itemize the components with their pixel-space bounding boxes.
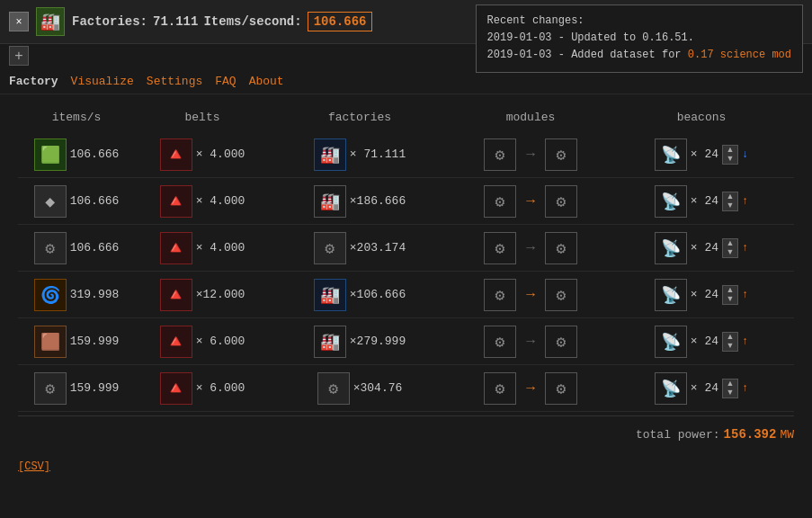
beacon-up-6[interactable]: ▲ <box>723 380 737 388</box>
nav-factory[interactable]: Factory <box>9 75 58 88</box>
belt-icon-5: 🔺 <box>160 326 192 358</box>
beacons-cell-4: 📡 × 24 ▲ ▼ ↑ <box>611 279 791 311</box>
beacon-spinner-5[interactable]: ▲ ▼ <box>722 332 738 352</box>
factories-cell-2: 🏭 ×186.666 <box>270 185 450 218</box>
module-icon-left-3: ⚙ <box>484 232 516 264</box>
beacon-down-3[interactable]: ▼ <box>723 248 737 257</box>
belts-cell-5: 🔺 × 6.000 <box>135 326 270 358</box>
table-row: ⚙ 106.666 🔺 × 4.000 ⚙ ×203.174 ⚙ → ⚙ 📡 ×… <box>18 225 794 272</box>
belt-icon-4: 🔺 <box>160 279 192 311</box>
item-icon-6: ⚙ <box>34 372 67 405</box>
modules-cell-4: ⚙ → ⚙ <box>450 279 611 311</box>
beacon-down-5[interactable]: ▼ <box>723 342 737 351</box>
beacon-icon-6: 📡 <box>655 372 687 405</box>
items-label: Items/second: <box>203 14 301 29</box>
belt-count-6: × 6.000 <box>196 381 245 395</box>
module-icon-right-2: ⚙ <box>545 185 577 218</box>
power-cell-5: 50.400 MW <box>791 335 812 348</box>
beacon-direction-5: ↑ <box>742 335 748 348</box>
beacon-down-1[interactable]: ▼ <box>723 155 737 164</box>
belts-cell-4: 🔺 ×12.000 <box>135 279 270 311</box>
total-unit: MW <box>780 428 794 442</box>
app-icon: 🏭 <box>36 7 65 36</box>
factory-count-6: ×304.76 <box>353 381 403 395</box>
items-value-1: 106.666 <box>70 147 120 161</box>
beacons-cell-5: 📡 × 24 ▲ ▼ ↑ <box>611 326 791 358</box>
items-cell-5: 🟫 159.999 <box>18 326 135 358</box>
beacons-cell-1: 📡 × 24 ▲ ▼ ↓ <box>611 138 791 171</box>
beacon-spinner-3[interactable]: ▲ ▼ <box>722 238 738 258</box>
belts-cell-6: 🔺 × 6.000 <box>135 372 270 405</box>
factory-count-3: ×203.174 <box>350 241 406 255</box>
factory-count-5: ×279.999 <box>350 335 406 348</box>
table-row: 🟩 106.666 🔺 × 4.000 🏭 × 71.111 ⚙ → ⚙ 📡 ×… <box>18 131 794 178</box>
belt-count-4: ×12.000 <box>196 288 245 301</box>
beacon-spinner-1[interactable]: ▲ ▼ <box>722 145 738 165</box>
items-value-2: 106.666 <box>70 194 120 208</box>
module-icon-left-4: ⚙ <box>484 279 516 311</box>
module-icon-right-4: ⚙ <box>545 279 577 311</box>
nav-visualize[interactable]: Visualize <box>71 75 134 88</box>
csv-container: [CSV] <box>0 456 812 477</box>
items-value-5: 159.999 <box>70 335 120 348</box>
beacon-icon-4: 📡 <box>655 279 687 311</box>
power-cell-3: 18.289 MW <box>791 241 812 255</box>
item-icon-2: ◆ <box>34 185 67 218</box>
beacon-spinner-2[interactable]: ▲ ▼ <box>722 192 738 211</box>
items-value-3: 106.666 <box>70 241 120 255</box>
belt-icon-3: 🔺 <box>160 232 192 264</box>
power-cell-6: 27.430 MW <box>791 381 812 395</box>
beacon-down-4[interactable]: ▼ <box>723 295 737 304</box>
items-cell-4: 🌀 319.998 <box>18 279 135 311</box>
beacon-up-5[interactable]: ▲ <box>723 333 737 342</box>
nav-faq[interactable]: FAQ <box>215 75 236 88</box>
beacon-icon-2: 📡 <box>655 185 687 218</box>
factory-count-1: × 71.111 <box>350 147 406 161</box>
item-icon-5: 🟫 <box>34 326 67 358</box>
beacons-cell-2: 📡 × 24 ▲ ▼ ↑ <box>611 185 791 218</box>
beacon-up-4[interactable]: ▲ <box>723 286 737 295</box>
beacon-up-1[interactable]: ▲ <box>723 146 737 155</box>
header-stats: Factories: 71.111 Items/second: 106.666 <box>72 12 372 31</box>
changelog-line-1: 2019-01-03 - Updated to 0.16.51. <box>487 30 791 47</box>
items-value-6: 159.999 <box>70 381 120 395</box>
beacon-down-6[interactable]: ▼ <box>723 388 737 397</box>
power-cell-2: 33.602 MW <box>791 194 812 208</box>
factories-label: Factories: <box>72 14 147 29</box>
beacon-spinner-6[interactable]: ▲ ▼ <box>722 379 738 398</box>
beacon-spinner-4[interactable]: ▲ ▼ <box>722 285 738 305</box>
module-icon-left-6: ⚙ <box>484 372 516 405</box>
close-button[interactable]: × <box>9 12 29 31</box>
table-headers: items/s belts factories modules beacons … <box>18 103 794 131</box>
factories-cell-4: 🏭 ×106.666 <box>270 279 450 311</box>
main-content: items/s belts factories modules beacons … <box>0 94 812 456</box>
module-arrow-6: → <box>520 378 541 399</box>
col-header-modules: modules <box>450 111 611 124</box>
beacon-up-2[interactable]: ▲ <box>723 192 737 201</box>
beacons-cell-6: 📡 × 24 ▲ ▼ ↑ <box>611 372 791 405</box>
power-cell-4: 16.002 MW <box>791 288 812 301</box>
nav-about[interactable]: About <box>249 75 284 88</box>
items-cell-3: ⚙ 106.666 <box>18 232 135 264</box>
module-arrow-2: → <box>520 191 541 212</box>
beacon-count-2: × 24 <box>691 194 718 208</box>
factories-cell-6: ⚙ ×304.76 <box>270 372 450 405</box>
csv-link[interactable]: [CSV] <box>9 457 59 477</box>
col-header-items: items/s <box>18 111 135 124</box>
nav-settings[interactable]: Settings <box>147 75 202 88</box>
total-row: total power: 156.392 MW <box>18 415 794 447</box>
beacon-icon-1: 📡 <box>655 138 687 171</box>
beacon-up-3[interactable]: ▲ <box>723 239 737 248</box>
power-cell-1: 10.672 MW <box>791 147 812 161</box>
items-cell-6: ⚙ 159.999 <box>18 372 135 405</box>
modules-cell-6: ⚙ → ⚙ <box>450 372 611 405</box>
beacon-count-5: × 24 <box>691 335 718 348</box>
beacon-down-2[interactable]: ▼ <box>723 201 737 210</box>
factory-icon-2: 🏭 <box>314 185 346 218</box>
col-header-power: power <box>791 111 812 124</box>
belt-icon-6: 🔺 <box>160 372 192 405</box>
item-icon-4: 🌀 <box>34 279 67 311</box>
add-button[interactable]: + <box>9 46 29 66</box>
factories-cell-5: 🏭 ×279.999 <box>270 326 450 358</box>
beacon-direction-6: ↑ <box>742 382 748 395</box>
